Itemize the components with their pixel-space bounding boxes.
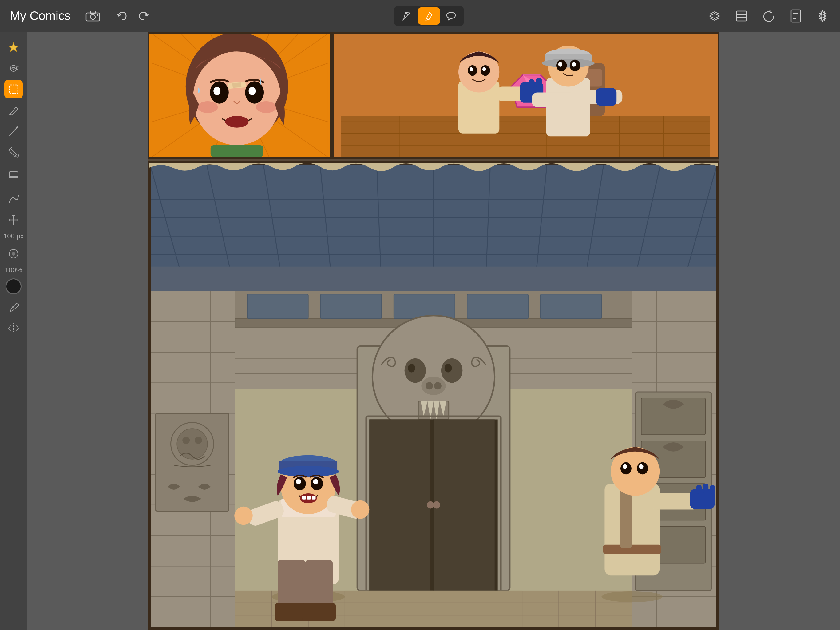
svg-point-59 [213, 87, 221, 95]
svg-rect-231 [620, 487, 632, 548]
svg-point-227 [351, 500, 369, 519]
svg-point-98 [572, 62, 576, 66]
svg-rect-147 [467, 294, 528, 318]
sidebar-divider [6, 186, 22, 186]
svg-point-60 [249, 87, 256, 95]
sidebar: 100 px 100% [0, 32, 27, 630]
svg-point-157 [441, 358, 463, 383]
svg-line-21 [16, 107, 18, 109]
svg-point-140 [182, 437, 190, 444]
svg-point-235 [623, 464, 627, 469]
svg-point-156 [405, 358, 426, 383]
panel-bottom-main [148, 161, 720, 630]
panel-top-left [148, 32, 332, 159]
sidebar-tool-pen[interactable] [4, 122, 23, 140]
top-panels-row [148, 32, 720, 161]
svg-rect-171 [434, 419, 495, 590]
redo-button[interactable] [136, 9, 151, 24]
svg-point-226 [234, 507, 253, 525]
svg-rect-20 [9, 85, 18, 93]
sidebar-tool-eyedropper[interactable] [4, 298, 23, 317]
svg-rect-221 [302, 496, 306, 500]
svg-line-4 [403, 19, 404, 20]
svg-rect-239 [696, 485, 702, 494]
document-button[interactable] [788, 9, 803, 24]
svg-point-94 [542, 59, 594, 68]
refresh-button[interactable] [761, 9, 776, 24]
svg-point-30 [13, 215, 14, 216]
svg-rect-223 [312, 496, 316, 500]
svg-rect-240 [703, 484, 708, 494]
svg-point-33 [17, 219, 19, 220]
color-swatch[interactable] [6, 279, 22, 294]
svg-point-159 [445, 364, 452, 372]
svg-point-54 [193, 51, 281, 145]
svg-point-215 [278, 466, 339, 477]
svg-point-22 [16, 127, 18, 128]
svg-rect-230 [603, 545, 661, 554]
svg-point-236 [639, 464, 644, 469]
svg-point-219 [313, 479, 318, 484]
speech-bubble-tool-button[interactable] [440, 7, 462, 25]
svg-point-174 [433, 502, 440, 509]
svg-point-6 [447, 12, 455, 19]
camera-button[interactable] [85, 9, 100, 24]
sidebar-tool-transform[interactable] [4, 211, 23, 229]
layers-button[interactable] [707, 9, 722, 24]
svg-point-161 [426, 382, 433, 389]
svg-rect-145 [321, 294, 382, 318]
sidebar-tool-fill[interactable] [4, 143, 23, 161]
svg-point-97 [558, 62, 562, 66]
sidebar-tool-curve[interactable] [4, 190, 23, 208]
svg-rect-148 [540, 294, 602, 318]
svg-rect-170 [369, 419, 431, 590]
drawing-tools [394, 6, 464, 27]
svg-point-56 [256, 101, 276, 113]
svg-point-31 [13, 224, 14, 225]
svg-point-82 [469, 67, 473, 71]
undo-redo-group [115, 9, 151, 24]
comic-page [148, 32, 720, 630]
svg-line-23 [9, 135, 11, 136]
panel-top-right [332, 32, 720, 159]
brush-opacity-label[interactable]: 100% [5, 266, 22, 274]
svg-rect-222 [307, 496, 311, 500]
svg-rect-146 [394, 294, 455, 318]
svg-point-160 [421, 377, 445, 395]
svg-line-24 [11, 147, 12, 148]
sidebar-tool-brush-size[interactable] [4, 245, 23, 263]
sidebar-tool-mirror[interactable] [4, 319, 23, 337]
svg-rect-211 [302, 603, 336, 621]
canvas-area [27, 32, 840, 630]
svg-point-1 [90, 14, 95, 19]
sidebar-tool-pencil[interactable] [4, 101, 23, 119]
grid-button[interactable] [734, 9, 749, 24]
sidebar-tool-eraser[interactable] [4, 164, 23, 182]
svg-point-228 [602, 591, 663, 602]
svg-point-158 [408, 364, 415, 372]
svg-point-35 [12, 252, 15, 256]
brush-size-label[interactable]: 100 px [3, 232, 24, 240]
app-title[interactable]: My Comics [10, 9, 71, 23]
marker-tool-button[interactable] [418, 7, 440, 25]
svg-point-16 [821, 14, 825, 18]
svg-rect-86 [529, 79, 535, 88]
undo-button[interactable] [115, 9, 130, 24]
svg-point-32 [9, 219, 10, 220]
svg-rect-64 [232, 82, 242, 88]
sidebar-tool-smudge[interactable] [4, 59, 23, 78]
svg-point-141 [195, 437, 202, 444]
svg-rect-101 [596, 88, 617, 106]
sidebar-tool-select[interactable] [4, 80, 23, 98]
sidebar-tool-star[interactable] [4, 38, 23, 57]
svg-point-83 [482, 67, 486, 71]
right-tools [707, 9, 830, 24]
svg-rect-62 [211, 145, 263, 157]
svg-point-218 [296, 479, 301, 484]
svg-rect-87 [536, 78, 542, 88]
settings-button[interactable] [815, 9, 830, 24]
svg-rect-144 [247, 294, 308, 318]
svg-line-5 [429, 12, 432, 15]
svg-rect-3 [96, 14, 98, 16]
pen-tool-button[interactable] [396, 7, 418, 25]
